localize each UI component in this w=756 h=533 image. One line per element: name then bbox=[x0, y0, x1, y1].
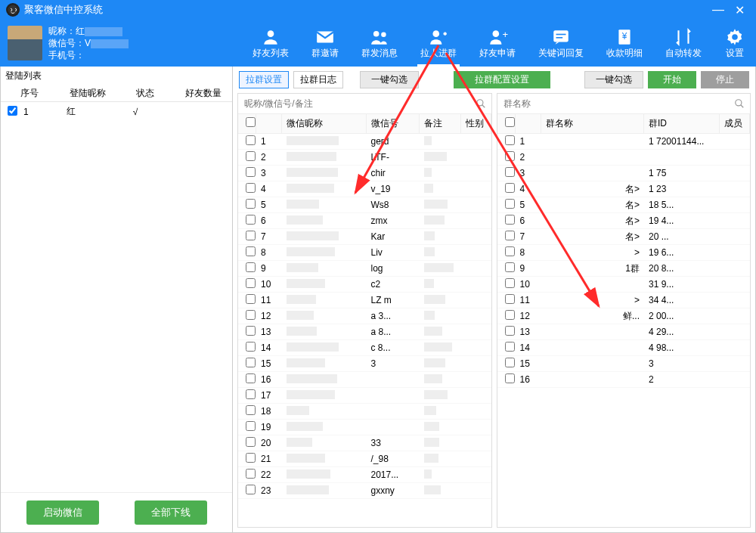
svg-rect-10 bbox=[556, 37, 563, 39]
left-footer: 启动微信 全部下线 bbox=[1, 492, 232, 532]
header: 昵称：红 微信号：V 手机号： 好友列表群邀请群发消息拉人进群+好友申请关键词回… bbox=[0, 20, 756, 67]
user-info: 昵称：红 微信号：V 手机号： bbox=[48, 25, 129, 61]
group-row[interactable]: 8 >19 6... bbox=[497, 245, 751, 261]
left-panel: 登陆列表 序号 登陆昵称 状态 好友数量 1 红 √ 启动微信 全部下线 bbox=[0, 67, 233, 533]
group-row[interactable]: 7名>20 ... bbox=[497, 229, 751, 245]
friend-row[interactable]: 11LZ m bbox=[238, 293, 491, 308]
group-row[interactable]: 12鲜...2 00... bbox=[497, 308, 751, 324]
groups-select-all[interactable] bbox=[505, 117, 515, 127]
search-icon[interactable] bbox=[729, 94, 750, 113]
close-button[interactable]: ✕ bbox=[729, 3, 750, 17]
svg-point-17 bbox=[736, 100, 742, 106]
friend-row[interactable]: 4v_19 bbox=[238, 181, 491, 197]
svg-point-15 bbox=[476, 100, 482, 106]
svg-text:¥: ¥ bbox=[621, 31, 627, 42]
group-row[interactable]: 5名>18 5... bbox=[497, 197, 751, 213]
nav-friends[interactable]: 好友列表 bbox=[249, 24, 292, 63]
nav-keyword[interactable]: 关键词回复 bbox=[535, 24, 587, 63]
stop-button[interactable]: 停止 bbox=[701, 71, 749, 88]
friend-row[interactable]: 10c2 bbox=[238, 277, 491, 293]
friend-row[interactable]: 8Liv bbox=[238, 245, 491, 261]
group-row[interactable]: 153 bbox=[497, 356, 751, 372]
friend-row[interactable]: 16 bbox=[238, 372, 491, 388]
svg-rect-8 bbox=[553, 30, 569, 42]
svg-point-3 bbox=[373, 30, 380, 36]
friend-row[interactable]: 22 2017... bbox=[238, 467, 491, 483]
friend-row[interactable]: 7Kar bbox=[238, 229, 491, 245]
group-row[interactable]: 4名>1 23 bbox=[497, 181, 751, 197]
svg-rect-9 bbox=[556, 33, 566, 35]
friend-row[interactable]: 6zmx bbox=[238, 213, 491, 229]
search-icon[interactable] bbox=[470, 94, 491, 113]
group-row[interactable]: 6名>19 4... bbox=[497, 213, 751, 229]
friends-select-all[interactable] bbox=[246, 117, 256, 127]
nav-apply[interactable]: +好友申请 bbox=[476, 24, 519, 63]
groups-body: 11 72001144...231 754名>1 235名>18 5...6名>… bbox=[497, 134, 751, 527]
svg-line-16 bbox=[482, 105, 485, 108]
nav-forward[interactable]: 自动转发 bbox=[662, 24, 705, 63]
friend-row[interactable]: 2LTF- bbox=[238, 150, 491, 166]
group-row[interactable]: 1031 9... bbox=[497, 277, 751, 293]
left-columns: 序号 登陆昵称 状态 好友数量 bbox=[1, 85, 232, 102]
friend-row[interactable]: 21 /_98 bbox=[238, 451, 491, 467]
friend-row[interactable]: 5Ws8 bbox=[238, 197, 491, 213]
friends-search-input[interactable] bbox=[238, 94, 470, 113]
nav-pull[interactable]: 拉人进群 bbox=[417, 24, 460, 63]
friend-row[interactable]: 9log bbox=[238, 261, 491, 277]
group-row[interactable]: 2 bbox=[497, 150, 751, 166]
group-row[interactable]: 31 75 bbox=[497, 166, 751, 181]
groups-pane: 群名称 群ID 成员 11 72001144...231 754名>1 235名… bbox=[497, 93, 751, 528]
friend-row[interactable]: 19 bbox=[238, 420, 491, 435]
friend-row[interactable]: 20 33 bbox=[238, 435, 491, 451]
friend-row[interactable]: 23 gxxny bbox=[238, 483, 491, 499]
svg-point-6 bbox=[493, 30, 500, 37]
groups-search-input[interactable] bbox=[497, 94, 730, 113]
tab-pull-settings[interactable]: 拉群设置 bbox=[239, 71, 289, 88]
pull-config-button[interactable]: 拉群配置设置 bbox=[454, 71, 550, 88]
friend-row[interactable]: 14c 8... bbox=[238, 340, 491, 356]
friend-row[interactable]: 1gerd bbox=[238, 134, 491, 150]
group-row[interactable]: 11 >34 4... bbox=[497, 293, 751, 308]
friends-pane: 微信昵称 微信号 备注 性别 1gerd2LTF-3chir4v_195Ws86… bbox=[237, 93, 492, 528]
nav-invite[interactable]: 群邀请 bbox=[308, 24, 342, 63]
friend-row[interactable]: 15 3 bbox=[238, 356, 491, 372]
group-row[interactable]: 134 29... bbox=[497, 324, 751, 340]
group-row[interactable]: 162 bbox=[497, 372, 751, 388]
start-wechat-button[interactable]: 启动微信 bbox=[26, 500, 99, 525]
friend-row[interactable]: 12a 3... bbox=[238, 308, 491, 324]
tab-pull-log[interactable]: 拉群日志 bbox=[293, 71, 343, 88]
login-row[interactable]: 1 红 √ bbox=[1, 102, 232, 121]
friends-columns: 微信昵称 微信号 备注 性别 bbox=[238, 114, 491, 134]
select-all-right-button[interactable]: 一键勾选 bbox=[584, 71, 643, 88]
minimize-button[interactable]: — bbox=[708, 3, 729, 17]
select-all-left-button[interactable]: 一键勾选 bbox=[360, 71, 419, 88]
friends-body: 1gerd2LTF-3chir4v_195Ws86zmx7Kar8Liv9log… bbox=[238, 134, 491, 527]
avatar bbox=[8, 26, 42, 60]
group-row[interactable]: 9 1群20 8... bbox=[497, 261, 751, 277]
app-logo bbox=[6, 3, 20, 17]
group-row[interactable]: 144 98... bbox=[497, 340, 751, 356]
right-panel: 拉群设置 拉群日志 一键勾选 拉群配置设置 一键勾选 开始 停止 bbox=[233, 67, 756, 533]
friend-row[interactable]: 17 bbox=[238, 388, 491, 404]
title-bar: 聚客微信中控系统 — ✕ bbox=[0, 0, 756, 20]
all-offline-button[interactable]: 全部下线 bbox=[135, 500, 207, 525]
left-title: 登陆列表 bbox=[1, 67, 232, 85]
nav-settings[interactable]: 设置 bbox=[721, 24, 748, 63]
start-button[interactable]: 开始 bbox=[648, 71, 696, 88]
left-body: 1 红 √ bbox=[1, 102, 232, 492]
toolbar: 拉群设置 拉群日志 一键勾选 拉群配置设置 一键勾选 开始 停止 bbox=[233, 67, 755, 93]
nav-broadcast[interactable]: 群发消息 bbox=[358, 24, 401, 63]
friend-row[interactable]: 18 bbox=[238, 404, 491, 420]
svg-point-5 bbox=[432, 30, 439, 37]
groups-columns: 群名称 群ID 成员 bbox=[497, 114, 751, 134]
group-row[interactable]: 11 72001144... bbox=[497, 134, 751, 150]
friend-row[interactable]: 13a 8... bbox=[238, 324, 491, 340]
svg-text:+: + bbox=[503, 29, 509, 40]
login-checkbox[interactable] bbox=[8, 106, 17, 116]
nav-items: 好友列表群邀请群发消息拉人进群+好友申请关键词回复¥收款明细自动转发设置 bbox=[136, 24, 756, 63]
user-box: 昵称：红 微信号：V 手机号： bbox=[0, 25, 136, 61]
svg-point-4 bbox=[381, 32, 386, 37]
svg-line-18 bbox=[741, 105, 744, 108]
nav-receipt[interactable]: ¥收款明细 bbox=[603, 24, 646, 63]
friend-row[interactable]: 3chir bbox=[238, 166, 491, 181]
